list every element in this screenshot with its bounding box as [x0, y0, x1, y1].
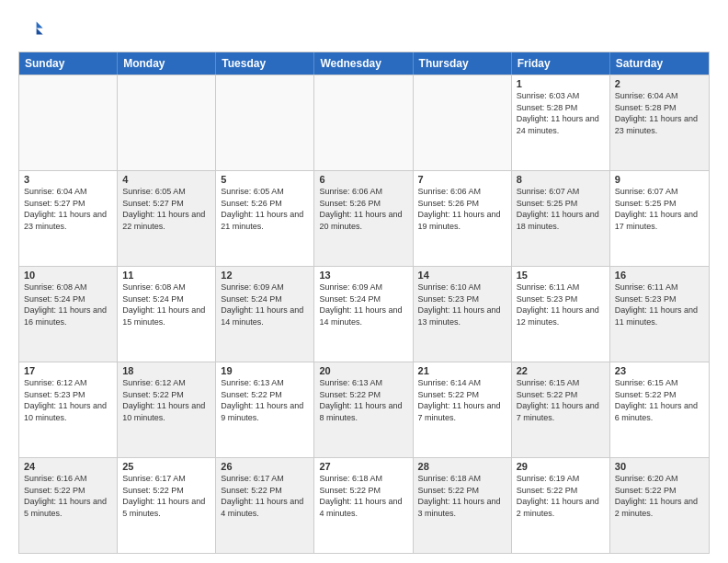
- day-number: 26: [221, 461, 309, 472]
- calendar-cell: 30Sunrise: 6:20 AM Sunset: 5:22 PM Dayli…: [610, 458, 709, 553]
- calendar-cell: 21Sunrise: 6:14 AM Sunset: 5:22 PM Dayli…: [414, 362, 512, 457]
- day-number: 23: [615, 365, 704, 376]
- day-number: 30: [615, 461, 704, 472]
- day-info: Sunrise: 6:08 AM Sunset: 5:24 PM Dayligh…: [24, 282, 112, 327]
- calendar-cell: 14Sunrise: 6:10 AM Sunset: 5:23 PM Dayli…: [414, 267, 512, 362]
- day-info: Sunrise: 6:12 AM Sunset: 5:23 PM Dayligh…: [24, 377, 112, 423]
- calendar-cell: 17Sunrise: 6:12 AM Sunset: 5:23 PM Dayli…: [19, 362, 118, 457]
- calendar-row: 3Sunrise: 6:04 AM Sunset: 5:27 PM Daylig…: [19, 170, 709, 266]
- weekday-header: Sunday: [19, 52, 118, 75]
- weekday-header: Monday: [118, 52, 216, 75]
- calendar-header: SundayMondayTuesdayWednesdayThursdayFrid…: [19, 52, 709, 75]
- day-info: Sunrise: 6:19 AM Sunset: 5:22 PM Dayligh…: [517, 473, 605, 519]
- calendar-cell: 3Sunrise: 6:04 AM Sunset: 5:27 PM Daylig…: [19, 171, 118, 266]
- calendar-cell: 5Sunrise: 6:05 AM Sunset: 5:26 PM Daylig…: [216, 171, 314, 266]
- day-info: Sunrise: 6:04 AM Sunset: 5:28 PM Dayligh…: [615, 90, 704, 136]
- day-number: 29: [517, 461, 605, 472]
- day-info: Sunrise: 6:14 AM Sunset: 5:22 PM Dayligh…: [418, 377, 506, 423]
- day-number: 3: [24, 174, 112, 185]
- day-info: Sunrise: 6:04 AM Sunset: 5:27 PM Dayligh…: [24, 186, 112, 232]
- calendar-cell: 1Sunrise: 6:03 AM Sunset: 5:28 PM Daylig…: [512, 75, 610, 170]
- calendar-cell: [19, 75, 118, 170]
- day-number: 19: [221, 365, 309, 376]
- calendar-cell: 23Sunrise: 6:15 AM Sunset: 5:22 PM Dayli…: [610, 362, 709, 457]
- day-number: 22: [517, 365, 605, 376]
- calendar-row: 10Sunrise: 6:08 AM Sunset: 5:24 PM Dayli…: [19, 266, 709, 362]
- day-info: Sunrise: 6:05 AM Sunset: 5:27 PM Dayligh…: [122, 186, 210, 232]
- day-number: 9: [615, 174, 704, 185]
- day-info: Sunrise: 6:12 AM Sunset: 5:22 PM Dayligh…: [122, 377, 210, 423]
- day-info: Sunrise: 6:17 AM Sunset: 5:22 PM Dayligh…: [122, 473, 210, 519]
- day-info: Sunrise: 6:03 AM Sunset: 5:28 PM Dayligh…: [517, 90, 605, 136]
- day-number: 7: [418, 174, 506, 185]
- day-number: 13: [319, 270, 407, 281]
- calendar-cell: 20Sunrise: 6:13 AM Sunset: 5:22 PM Dayli…: [314, 362, 413, 457]
- logo: [18, 17, 48, 42]
- calendar-cell: 11Sunrise: 6:08 AM Sunset: 5:24 PM Dayli…: [118, 267, 216, 362]
- day-info: Sunrise: 6:11 AM Sunset: 5:23 PM Dayligh…: [615, 282, 704, 327]
- day-info: Sunrise: 6:07 AM Sunset: 5:25 PM Dayligh…: [615, 186, 704, 232]
- day-number: 21: [418, 365, 506, 376]
- calendar-row: 17Sunrise: 6:12 AM Sunset: 5:23 PM Dayli…: [19, 362, 709, 457]
- day-number: 18: [122, 365, 210, 376]
- day-number: 12: [221, 270, 309, 281]
- calendar-cell: 4Sunrise: 6:05 AM Sunset: 5:27 PM Daylig…: [118, 171, 216, 266]
- calendar-cell: 29Sunrise: 6:19 AM Sunset: 5:22 PM Dayli…: [512, 458, 610, 553]
- day-info: Sunrise: 6:09 AM Sunset: 5:24 PM Dayligh…: [319, 282, 407, 327]
- day-info: Sunrise: 6:18 AM Sunset: 5:22 PM Dayligh…: [418, 473, 506, 519]
- day-number: 11: [122, 270, 210, 281]
- day-number: 10: [24, 270, 112, 281]
- day-info: Sunrise: 6:15 AM Sunset: 5:22 PM Dayligh…: [615, 377, 704, 423]
- calendar-cell: 16Sunrise: 6:11 AM Sunset: 5:23 PM Dayli…: [610, 267, 709, 362]
- svg-marker-0: [37, 22, 43, 29]
- day-info: Sunrise: 6:05 AM Sunset: 5:26 PM Dayligh…: [221, 186, 309, 232]
- day-number: 5: [221, 174, 309, 185]
- calendar-cell: [118, 75, 216, 170]
- day-info: Sunrise: 6:07 AM Sunset: 5:25 PM Dayligh…: [517, 186, 605, 232]
- calendar-cell: 2Sunrise: 6:04 AM Sunset: 5:28 PM Daylig…: [610, 75, 709, 170]
- calendar-body: 1Sunrise: 6:03 AM Sunset: 5:28 PM Daylig…: [19, 75, 709, 553]
- weekday-header: Saturday: [610, 52, 709, 75]
- calendar-cell: [314, 75, 413, 170]
- day-info: Sunrise: 6:13 AM Sunset: 5:22 PM Dayligh…: [221, 377, 309, 423]
- day-number: 17: [24, 365, 112, 376]
- svg-marker-1: [37, 29, 43, 35]
- calendar-cell: 28Sunrise: 6:18 AM Sunset: 5:22 PM Dayli…: [414, 458, 512, 553]
- day-number: 8: [517, 174, 605, 185]
- calendar-cell: 6Sunrise: 6:06 AM Sunset: 5:26 PM Daylig…: [314, 171, 413, 266]
- weekday-header: Wednesday: [314, 52, 413, 75]
- calendar-cell: [216, 75, 314, 170]
- calendar-cell: 24Sunrise: 6:16 AM Sunset: 5:22 PM Dayli…: [19, 458, 118, 553]
- logo-icon: [18, 17, 44, 42]
- day-info: Sunrise: 6:15 AM Sunset: 5:22 PM Dayligh…: [517, 377, 605, 423]
- day-number: 28: [418, 461, 506, 472]
- day-info: Sunrise: 6:09 AM Sunset: 5:24 PM Dayligh…: [221, 282, 309, 327]
- calendar-cell: 12Sunrise: 6:09 AM Sunset: 5:24 PM Dayli…: [216, 267, 314, 362]
- day-number: 27: [319, 461, 407, 472]
- day-number: 14: [418, 270, 506, 281]
- day-number: 4: [122, 174, 210, 185]
- day-info: Sunrise: 6:17 AM Sunset: 5:22 PM Dayligh…: [221, 473, 309, 519]
- day-number: 2: [615, 78, 704, 89]
- day-number: 16: [615, 270, 704, 281]
- weekday-header: Tuesday: [216, 52, 314, 75]
- calendar-cell: 15Sunrise: 6:11 AM Sunset: 5:23 PM Dayli…: [512, 267, 610, 362]
- header: [18, 17, 710, 42]
- calendar-cell: 9Sunrise: 6:07 AM Sunset: 5:25 PM Daylig…: [610, 171, 709, 266]
- calendar: SundayMondayTuesdayWednesdayThursdayFrid…: [18, 52, 710, 554]
- calendar-cell: 27Sunrise: 6:18 AM Sunset: 5:22 PM Dayli…: [314, 458, 413, 553]
- day-info: Sunrise: 6:06 AM Sunset: 5:26 PM Dayligh…: [418, 186, 506, 232]
- calendar-cell: 13Sunrise: 6:09 AM Sunset: 5:24 PM Dayli…: [314, 267, 413, 362]
- weekday-header: Thursday: [414, 52, 512, 75]
- day-number: 24: [24, 461, 112, 472]
- day-info: Sunrise: 6:16 AM Sunset: 5:22 PM Dayligh…: [24, 473, 112, 519]
- calendar-cell: 22Sunrise: 6:15 AM Sunset: 5:22 PM Dayli…: [512, 362, 610, 457]
- calendar-cell: 19Sunrise: 6:13 AM Sunset: 5:22 PM Dayli…: [216, 362, 314, 457]
- day-number: 1: [517, 78, 605, 89]
- day-info: Sunrise: 6:06 AM Sunset: 5:26 PM Dayligh…: [319, 186, 407, 232]
- day-info: Sunrise: 6:20 AM Sunset: 5:22 PM Dayligh…: [615, 473, 704, 519]
- day-info: Sunrise: 6:10 AM Sunset: 5:23 PM Dayligh…: [418, 282, 506, 327]
- calendar-cell: 26Sunrise: 6:17 AM Sunset: 5:22 PM Dayli…: [216, 458, 314, 553]
- calendar-cell: 10Sunrise: 6:08 AM Sunset: 5:24 PM Dayli…: [19, 267, 118, 362]
- calendar-cell: 8Sunrise: 6:07 AM Sunset: 5:25 PM Daylig…: [512, 171, 610, 266]
